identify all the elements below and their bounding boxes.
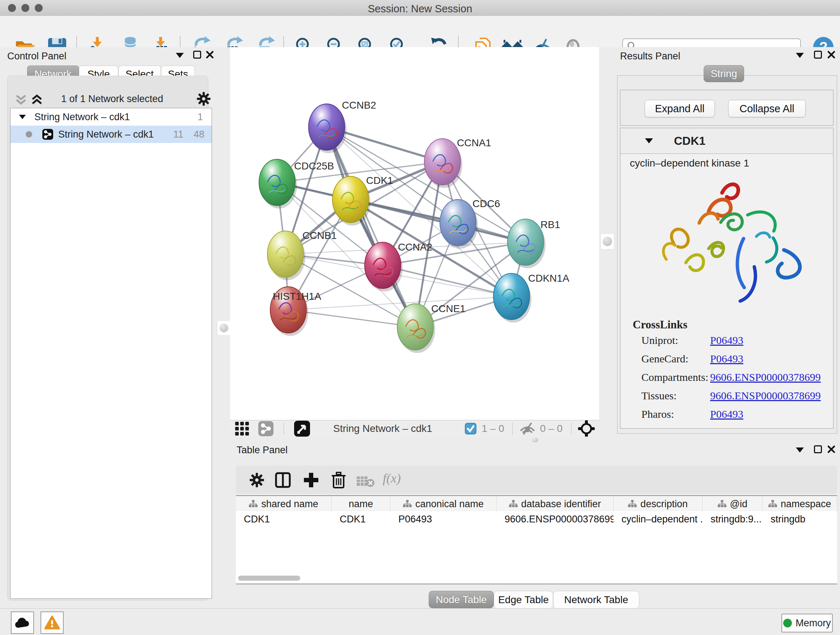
- crosslink-value[interactable]: 9606.ENSP00000378699: [710, 390, 821, 408]
- network-share-icon[interactable]: [258, 421, 273, 436]
- crosslink-label: Tissues:: [641, 390, 710, 408]
- network-node[interactable]: CCNA1: [424, 137, 491, 188]
- selected-checkbox-icon[interactable]: [465, 423, 477, 434]
- table-cell: P06493: [390, 511, 497, 527]
- grid-view-icon[interactable]: [235, 422, 251, 435]
- control-panel-close-icon[interactable]: [205, 50, 214, 59]
- crosslink-value[interactable]: P06493: [710, 408, 744, 426]
- table-gear-icon[interactable]: [249, 473, 264, 487]
- cdk1-description: cyclin–dependent kinase 1: [630, 157, 833, 169]
- delete-column-icon[interactable]: [331, 471, 347, 489]
- table-row[interactable]: CDK1CDK1P064939606.ENSP00000378699cyclin…: [236, 511, 837, 527]
- toolbar-divider: [571, 423, 572, 435]
- crosslink-value[interactable]: P06493: [710, 334, 744, 353]
- expand-all-button[interactable]: Expand All: [645, 100, 715, 117]
- column-header--id[interactable]: @id: [703, 496, 763, 512]
- network-row-selected[interactable]: String Network – cdk1 11 48: [11, 126, 212, 143]
- left-splitter[interactable]: [214, 47, 231, 608]
- network-node[interactable]: CDC25B: [259, 159, 334, 209]
- table-panel-close-icon[interactable]: [827, 445, 836, 454]
- results-panel-close-icon[interactable]: [827, 50, 836, 59]
- network-node[interactable]: CDKN1A: [493, 272, 569, 323]
- crosslinks-title: CrossLinks: [633, 318, 833, 331]
- table-panel-title: Table Panel: [237, 445, 287, 456]
- horizontal-splitter[interactable]: [230, 437, 840, 443]
- control-panel-float-icon[interactable]: [176, 53, 184, 58]
- crosslink-label: Uniprot:: [641, 334, 710, 353]
- cloud-status-button[interactable]: [11, 611, 34, 634]
- results-panel-float-icon[interactable]: [796, 53, 804, 58]
- crosslink-label: GeneCard:: [641, 353, 710, 371]
- horizontal-splitter-handle[interactable]: [532, 438, 538, 442]
- column-header-shared-name[interactable]: shared name: [236, 496, 332, 512]
- control-panel-maximize-icon[interactable]: [193, 51, 201, 59]
- right-splitter-handle[interactable]: [600, 233, 614, 249]
- tab-network-table[interactable]: Network Table: [553, 591, 639, 608]
- main-toolbar: ?: [0, 16, 840, 48]
- collapse-all-chevrons-icon[interactable]: [14, 93, 28, 106]
- memory-label: Memory: [796, 618, 831, 629]
- column-type-icon: [768, 500, 777, 508]
- warning-status-button[interactable]: [41, 611, 64, 634]
- network-edge[interactable]: [327, 127, 415, 327]
- table-cell: CDK1: [236, 511, 332, 527]
- column-header-namespace[interactable]: namespace: [763, 496, 837, 512]
- column-header-database-identifier[interactable]: database identifier: [497, 496, 614, 512]
- toolbar-divider: [284, 423, 284, 435]
- left-splitter-handle[interactable]: [217, 320, 231, 336]
- network-canvas[interactable]: CCNB2CCNA1CDC25BCDK1CDC6RB1CCNB1CCNA2CDK…: [230, 47, 599, 420]
- add-column-icon[interactable]: [303, 472, 319, 488]
- control-panel: Control Panel Network Style Select Sets …: [0, 47, 214, 608]
- control-panel-title: Control Panel: [7, 51, 66, 62]
- network-selection-status: 1 of 1 Network selected: [47, 93, 177, 105]
- right-splitter[interactable]: [599, 47, 616, 437]
- network-view-title: String Network – cdk1: [333, 423, 432, 434]
- collapse-all-button[interactable]: Collapse All: [728, 100, 806, 117]
- network-collection-row[interactable]: String Network – cdk1 1: [11, 108, 212, 126]
- column-header-description[interactable]: description: [614, 496, 703, 512]
- cdk1-title: CDK1: [674, 134, 706, 148]
- network-node[interactable]: CCNB2: [309, 100, 376, 153]
- tab-edge-table[interactable]: Edge Table: [494, 591, 553, 608]
- collection-caret-icon[interactable]: [19, 115, 26, 119]
- node-label: CDC6: [472, 198, 500, 209]
- node-label: CDKN1A: [528, 272, 569, 284]
- network-node[interactable]: HIST1H1A: [270, 287, 321, 336]
- gear-icon[interactable]: [197, 92, 210, 106]
- column-type-icon: [403, 500, 412, 508]
- tab-string[interactable]: String: [704, 65, 744, 82]
- network-view-toolbar: String Network – cdk1 1 – 0 0 – 0: [230, 420, 599, 437]
- table-horizontal-scrollbar[interactable]: [238, 576, 300, 581]
- fit-selected-crosshair-icon[interactable]: [578, 420, 595, 437]
- memory-button[interactable]: Memory: [782, 614, 833, 632]
- table-cell: stringdb: [763, 511, 837, 527]
- node-label: CDK1: [366, 175, 393, 186]
- selected-count: 1 – 0: [482, 423, 504, 434]
- results-panel-title: Results Panel: [620, 51, 681, 62]
- crosslink-value[interactable]: P06493: [710, 353, 744, 371]
- crosslink-value[interactable]: 9606.ENSP00000378699: [710, 371, 821, 390]
- network-node[interactable]: CCNE1: [397, 303, 466, 353]
- show-columns-icon[interactable]: [275, 472, 291, 488]
- column-header-canonical-name[interactable]: canonical name: [390, 496, 497, 512]
- birds-eye-view-icon[interactable]: [294, 421, 310, 437]
- results-panel-maximize-icon[interactable]: [814, 51, 822, 59]
- network-node[interactable]: RB1: [508, 219, 560, 268]
- column-type-icon: [509, 500, 518, 508]
- network-node[interactable]: CCNB1: [267, 230, 337, 280]
- cdk1-section-header[interactable]: CDK1: [621, 128, 833, 154]
- table-panel-float-icon[interactable]: [796, 448, 804, 453]
- network-node[interactable]: CDK1: [332, 175, 393, 226]
- network-graph[interactable]: CCNB2CCNA1CDC25BCDK1CDC6RB1CCNB1CCNA2CDK…: [230, 47, 599, 420]
- expand-all-chevrons-icon[interactable]: [30, 93, 44, 106]
- cdk1-collapse-caret-icon[interactable]: [645, 138, 653, 143]
- table-cell: cyclin–dependent ...: [614, 511, 703, 527]
- table-toolbar: f(x): [236, 466, 837, 494]
- tab-node-table[interactable]: Node Table: [429, 591, 494, 608]
- table-cell: CDK1: [332, 511, 390, 527]
- table-panel-maximize-icon[interactable]: [814, 445, 822, 453]
- column-header-name[interactable]: name: [332, 496, 390, 512]
- warning-icon: [44, 616, 60, 630]
- network-node[interactable]: CDC6: [440, 198, 500, 249]
- network-row-label: String Network – cdk1: [58, 129, 154, 140]
